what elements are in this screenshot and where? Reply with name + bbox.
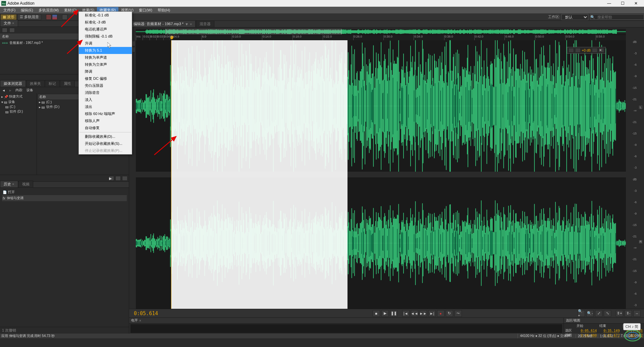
tab-files[interactable]: 文件 ×: [0, 20, 18, 26]
tree-shortcuts[interactable]: ▸ 📌 快捷方式: [1, 94, 36, 99]
play-button[interactable]: ▶: [381, 310, 389, 317]
channel-r[interactable]: R: [638, 239, 643, 244]
tab-close-icon[interactable]: ×: [12, 182, 14, 186]
fav-deesser[interactable]: 消除齿音: [79, 89, 132, 96]
open-file-icon[interactable]: [2, 28, 7, 33]
menu-window[interactable]: 窗口(W): [136, 7, 155, 13]
tab-close-icon[interactable]: ×: [12, 21, 14, 25]
fav-start-record[interactable]: 开始记录收藏效果(S)...: [79, 140, 132, 147]
nav-fwd-icon[interactable]: ►: [9, 89, 12, 92]
fav-convert-mono[interactable]: 转换为单声道: [79, 54, 132, 61]
waveform-canvas[interactable]: +0 dB ✕: [136, 40, 626, 309]
close-button[interactable]: ✕: [629, 0, 643, 7]
fav-delete[interactable]: 删除收藏效果(D)...: [79, 133, 132, 140]
sel-start[interactable]: 0:05.614: [575, 328, 598, 333]
col-name[interactable]: 名称: [0, 34, 89, 40]
tool-spectral-freq[interactable]: [46, 14, 51, 20]
fav-telephone[interactable]: 电话机通话声: [79, 26, 132, 33]
record-button[interactable]: ●: [437, 310, 444, 317]
tool-spectral-pitch[interactable]: [52, 14, 57, 20]
tab-mixer[interactable]: 混音器: [196, 20, 214, 27]
menu-help[interactable]: 帮助(H): [155, 7, 173, 13]
timeline[interactable]: ms0:01.00:02.00:03.00:04.00:04.96.00:10.…: [136, 35, 626, 40]
minimize-button[interactable]: —: [602, 0, 616, 7]
menu-edit[interactable]: 编辑(E): [18, 7, 36, 13]
tab-close-icon[interactable]: ×: [139, 319, 141, 323]
skip-selection-button[interactable]: ⤳: [454, 310, 462, 317]
waveform-view-button[interactable]: ▦波形: [0, 14, 17, 20]
fav-pitch-down[interactable]: 降调: [79, 68, 132, 75]
zoom-in-h-button[interactable]: 🔍+: [578, 310, 585, 317]
fav-fade-in[interactable]: 淡入: [79, 96, 132, 103]
menu-file[interactable]: 文件(F): [1, 7, 18, 13]
svg-rect-11: [145, 32, 145, 32]
tree-devices[interactable]: ▾ 🖴 设备: [1, 99, 36, 105]
tab-selection-view[interactable]: 选区/视图: [564, 318, 644, 324]
fav-convert-stereo[interactable]: 转换为立体声: [79, 61, 132, 68]
svg-rect-509: [138, 101, 139, 112]
menu-clip[interactable]: 素材(C): [61, 7, 79, 13]
overview-selection[interactable]: [165, 29, 342, 35]
waveform-selection[interactable]: [171, 40, 347, 309]
autoplay-icon[interactable]: [122, 176, 127, 181]
tab-markers[interactable]: 标记: [45, 80, 60, 87]
tool-move[interactable]: [62, 14, 67, 20]
tree-drive-c[interactable]: 🖴 (C:): [1, 105, 36, 109]
pause-button[interactable]: ❚❚: [390, 310, 397, 317]
zoom-out-v-button[interactable]: ⇕-: [625, 310, 632, 317]
fav-normalize-3[interactable]: 标准化 -3 dB: [79, 19, 132, 26]
hud-volume-icon[interactable]: [569, 48, 574, 53]
go-start-button[interactable]: |◄: [402, 310, 410, 317]
overview-waveform[interactable]: [136, 29, 626, 35]
rewind-button[interactable]: ◄◄: [411, 310, 418, 317]
zoom-reset-button[interactable]: ↔: [633, 310, 641, 317]
tab-history[interactable]: 历史 ×: [0, 181, 18, 187]
tab-properties[interactable]: 属性: [60, 80, 75, 87]
fav-pitch-up[interactable]: 升调: [79, 40, 132, 47]
go-end-button[interactable]: ►|: [428, 310, 436, 317]
zoom-sel-button[interactable]: ⤡: [604, 310, 611, 317]
fav-remove-60hz[interactable]: 移除 60 Hz 嗡嗡声: [79, 110, 132, 117]
stop-button[interactable]: ■: [373, 310, 380, 317]
sel-end[interactable]: 0:35.149: [598, 328, 621, 333]
hud-close-icon[interactable]: ✕: [599, 48, 604, 53]
play-preview-icon[interactable]: ▶: [109, 176, 114, 181]
tab-video[interactable]: 视频: [18, 181, 33, 187]
timecode-display[interactable]: 0:05.614: [132, 310, 257, 316]
fav-voice-comp[interactable]: 旁白压限器: [79, 82, 132, 89]
nav-back-icon[interactable]: ◄: [2, 89, 5, 92]
ime-badge[interactable]: CH ♪ 简: [623, 323, 641, 330]
history-item-stretch[interactable]: fx 伸缩与变调: [2, 195, 127, 201]
fav-normalize-01[interactable]: 标准化 -0.1 dB: [79, 12, 132, 19]
multitrack-view-button[interactable]: ☰多轨混音: [17, 14, 41, 20]
maximize-button[interactable]: ☐: [616, 0, 629, 7]
fav-fade-out[interactable]: 淡出: [79, 103, 132, 110]
zoom-out-h-button[interactable]: 🔍-: [586, 310, 594, 317]
fav-remove-vocals[interactable]: 移除人声: [79, 117, 132, 124]
zoom-full-button[interactable]: ⤢: [595, 310, 602, 317]
channel-l[interactable]: L: [638, 105, 643, 110]
hud-pan-icon[interactable]: [575, 48, 581, 53]
workspace-select[interactable]: 默认: [561, 14, 588, 20]
hud-pin-icon[interactable]: [592, 48, 597, 53]
tab-effects-rack[interactable]: 效果夹: [26, 80, 45, 87]
fav-hard-limit[interactable]: 强制限幅 -0.1 dB: [79, 33, 132, 40]
zoom-in-v-button[interactable]: ⇕+: [616, 310, 623, 317]
loop-preview-icon[interactable]: [115, 176, 121, 181]
tab-levels[interactable]: 电平: [131, 318, 138, 323]
new-file-icon[interactable]: [9, 28, 15, 33]
forward-button[interactable]: ►►: [420, 310, 427, 317]
fav-fix-dc[interactable]: 修复 DC 偏移: [79, 75, 132, 82]
help-search-input[interactable]: [590, 14, 644, 20]
menu-multitrack[interactable]: 多轨混音(M): [36, 7, 62, 13]
tab-editor[interactable]: 编辑器: 音频素材 - 1967.mp3 *▼×: [130, 20, 196, 27]
tab-close-icon[interactable]: ×: [190, 22, 192, 26]
history-item-open[interactable]: 📄 打开: [2, 189, 127, 195]
svg-rect-1086: [441, 62, 442, 150]
fav-convert-51[interactable]: 转换为 5.1: [79, 47, 132, 54]
tree-drive-d[interactable]: 🖴 软件 (D:): [1, 109, 36, 114]
svg-rect-291: [419, 30, 420, 34]
tab-media-browser[interactable]: 媒体浏览器: [0, 80, 26, 87]
fav-auto-heal[interactable]: 自动修复: [79, 124, 132, 131]
loop-button[interactable]: ↻: [446, 310, 453, 317]
